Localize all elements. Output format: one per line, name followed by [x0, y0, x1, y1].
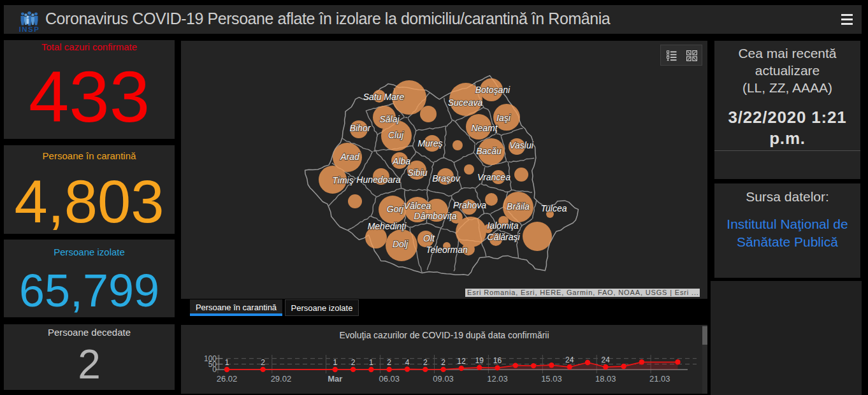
svg-text:Bacău: Bacău [476, 146, 502, 156]
svg-text:Mehedinţi: Mehedinţi [368, 221, 407, 231]
svg-text:Vrancea: Vrancea [477, 172, 510, 182]
svg-text:Alba: Alba [392, 156, 410, 166]
svg-text:Olt: Olt [423, 233, 435, 243]
svg-text:Vaslui: Vaslui [509, 140, 534, 150]
svg-text:Bihor: Bihor [350, 123, 372, 133]
svg-text:Dolj: Dolj [393, 239, 409, 249]
svg-text:Vâlcea: Vâlcea [404, 201, 431, 211]
svg-text:Cluj: Cluj [388, 130, 404, 140]
svg-text:Tulcea: Tulcea [541, 203, 567, 213]
svg-text:Timiş: Timiş [332, 175, 353, 185]
svg-text:Mureş: Mureş [418, 138, 443, 148]
svg-text:Arad: Arad [340, 152, 360, 162]
svg-text:Gorj: Gorj [387, 204, 404, 214]
svg-text:Botoşani: Botoşani [475, 85, 510, 95]
svg-text:Ialomiţa: Ialomiţa [487, 220, 518, 231]
svg-text:Hunedoara: Hunedoara [356, 175, 400, 185]
svg-text:Prahova: Prahova [453, 200, 486, 210]
svg-text:Brăila: Brăila [507, 201, 530, 212]
svg-text:INSP: INSP [19, 25, 40, 33]
svg-text:Sălaj: Sălaj [379, 114, 400, 124]
svg-text:Braşov: Braşov [432, 173, 461, 183]
svg-text:Dâmboviţa: Dâmboviţa [414, 211, 457, 221]
svg-text:Iaşi: Iaşi [496, 113, 511, 123]
svg-text:Sibiu: Sibiu [407, 168, 427, 178]
svg-text:Satu Mare: Satu Mare [363, 92, 405, 102]
svg-text:Neamţ: Neamţ [471, 123, 498, 133]
svg-text:Suceava: Suceava [448, 97, 483, 108]
svg-text:Călăraşi: Călăraşi [487, 232, 520, 242]
svg-text:Teleorman: Teleorman [426, 245, 468, 255]
